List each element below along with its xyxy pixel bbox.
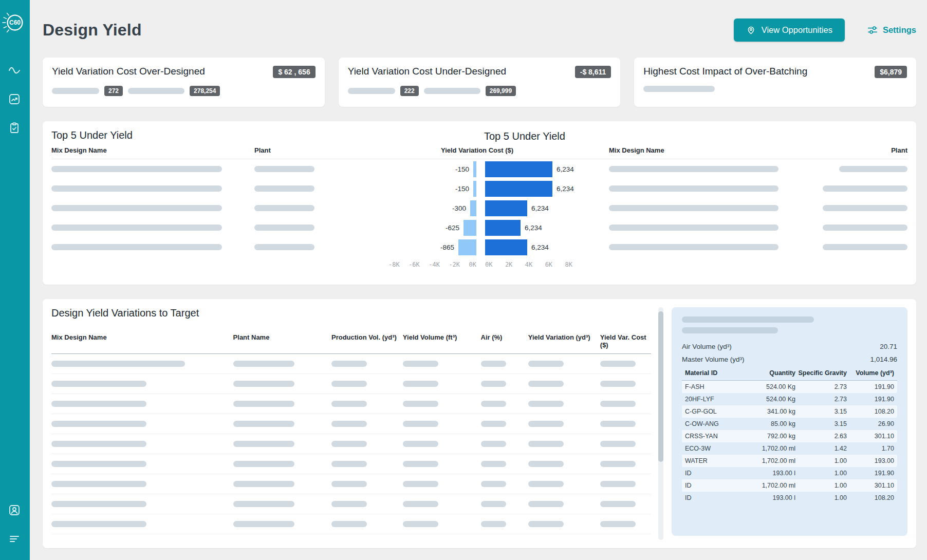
material-cell: F-ASH [685, 383, 729, 390]
material-cell: 191.90 [847, 383, 894, 390]
table-cell [600, 461, 651, 467]
view-opportunities-button[interactable]: View Opportunities [734, 18, 845, 42]
material-cell: 1.00 [795, 482, 847, 489]
material-row: ID193.00 l1.00191.90 [682, 467, 897, 479]
placeholder-bar [233, 481, 294, 487]
material-cell: 1.00 [795, 470, 847, 477]
chart-negative-bar [458, 239, 476, 255]
chart-positive-value-label: 6,234 [557, 185, 574, 193]
placeholder-bar [424, 88, 480, 94]
table-cell [403, 381, 481, 387]
material-cell: CRSS-YAN [685, 433, 729, 440]
settings-button[interactable]: Settings [867, 25, 916, 35]
vertical-scrollbar[interactable] [658, 307, 663, 540]
placeholder-bar [609, 225, 778, 231]
placeholder-bar [528, 521, 564, 527]
top5-row[interactable]: -1506,234 [51, 159, 907, 179]
table-cell [403, 521, 481, 527]
placeholder-bar [51, 441, 146, 447]
sidebar-item-reports[interactable] [8, 121, 22, 135]
table-row[interactable] [51, 434, 651, 454]
placeholder-bar [233, 521, 294, 527]
top5-right-mix-cell [609, 244, 786, 250]
placeholder-bar [609, 166, 778, 172]
app-logo[interactable]: C60 [2, 10, 28, 39]
sidebar-item-analytics[interactable] [8, 92, 22, 106]
material-cell: 301.10 [847, 482, 894, 489]
table-cell [51, 521, 233, 527]
material-row: C-OW-ANG85.00 kg3.1526.90 [682, 418, 897, 430]
variations-column-header: Production Vol. (yd³) [331, 333, 403, 349]
table-cell [481, 361, 528, 367]
settings-label: Settings [883, 25, 916, 35]
sidebar: C60 [0, 0, 30, 560]
top5-row[interactable]: -6256,234 [51, 218, 907, 237]
axis-tick: 6K [545, 261, 552, 268]
materials-column-header: Specific Gravity [795, 369, 847, 377]
material-cell: 1,702.00 ml [729, 445, 795, 452]
table-row[interactable] [51, 374, 651, 394]
table-row[interactable] [51, 394, 651, 414]
placeholder-bar [839, 166, 907, 172]
placeholder-bar [643, 86, 715, 92]
placeholder-bar [403, 461, 438, 467]
material-cell: 20HF-LYF [685, 396, 729, 403]
placeholder-bar [682, 316, 814, 323]
material-row: WATER1,702.00 ml1.00193.00 [682, 455, 897, 467]
table-cell [481, 441, 528, 447]
material-cell: 108.20 [847, 494, 894, 501]
placeholder-bar [528, 401, 564, 407]
table-row[interactable] [51, 474, 651, 494]
kpi-subrow: 222 269,999 [348, 86, 611, 96]
table-cell [51, 501, 233, 507]
sidebar-item-yield-trends[interactable] [8, 64, 22, 77]
placeholder-bar [403, 481, 438, 487]
table-cell [331, 521, 403, 527]
placeholder-bar [331, 421, 367, 427]
table-row[interactable] [51, 494, 651, 514]
placeholder-bar [528, 381, 564, 387]
material-row: C-GP-GOL341.00 kg3.15108.20 [682, 405, 897, 418]
variations-column-header: Mix Design Name [51, 333, 233, 349]
sidebar-item-menu[interactable] [8, 532, 22, 546]
table-row[interactable] [51, 454, 651, 474]
placeholder-bar [331, 361, 367, 367]
placeholder-bar [331, 481, 367, 487]
materials-column-header: Quantity [729, 369, 795, 377]
chart-positive-bar [485, 200, 527, 216]
variations-title: Design Yield Variations to Target [51, 307, 651, 319]
sidebar-item-account[interactable] [8, 503, 22, 517]
top5-row[interactable]: -3006,234 [51, 198, 907, 218]
chart-positive-value-label: 6,234 [531, 244, 549, 251]
material-row: ID1,702.00 ml1.00301.10 [682, 479, 897, 492]
master-volume-label: Master Volume (yd³) [682, 356, 745, 363]
table-row[interactable] [51, 414, 651, 434]
placeholder-bar [528, 501, 564, 507]
top5-left-plant-cell [254, 225, 380, 231]
material-cell: 1.70 [847, 445, 894, 452]
table-row[interactable] [51, 514, 651, 534]
table-row[interactable] [51, 354, 651, 374]
placeholder-bar [128, 88, 184, 94]
mix-detail-panel: Air Volume (yd³) 20.71 Master Volume (yd… [672, 307, 907, 536]
top5-left-plant-cell [254, 166, 380, 172]
top5-card: Top 5 Under Yield Top 5 Under Yield Mix … [43, 121, 916, 285]
variations-column-header: Air (%) [481, 333, 528, 349]
top5-row[interactable]: -8656,234 [51, 237, 907, 257]
scrollbar-thumb[interactable] [658, 311, 663, 462]
air-volume-value: 20.71 [880, 343, 897, 350]
column-header-mix-design-left: Mix Design Name [51, 146, 254, 154]
material-cell: 85.00 kg [729, 420, 795, 427]
placeholder-bar [331, 441, 367, 447]
placeholder-bar [403, 381, 438, 387]
main-content: Design Yield View Opportunities Setti [30, 0, 927, 560]
placeholder-bar [51, 225, 222, 231]
table-row[interactable] [51, 534, 651, 540]
table-cell [331, 461, 403, 467]
kpi-title: Highest Cost Impact of Over-Batching [643, 66, 807, 77]
location-pin-icon [746, 25, 756, 35]
kpi-title: Yield Variation Cost Over-Designed [52, 66, 205, 77]
top5-chart-cell: -6256,234 [380, 218, 609, 237]
material-row: ID193.00 l1.00108.20 [682, 492, 897, 504]
top5-row[interactable]: -1506,234 [51, 179, 907, 198]
